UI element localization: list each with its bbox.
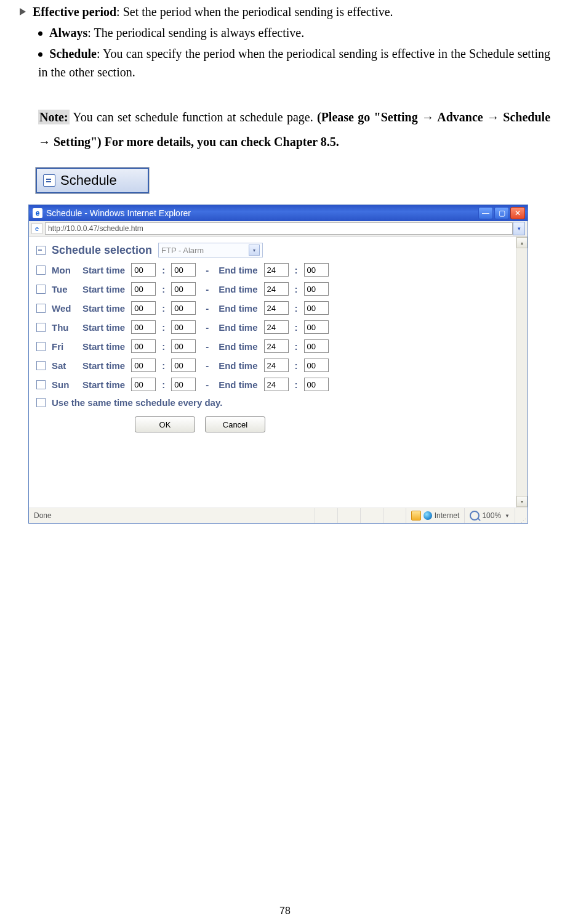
chevron-icon	[20, 8, 26, 15]
end-time-label: End time	[219, 322, 257, 333]
cancel-button[interactable]: Cancel	[205, 416, 265, 432]
same-schedule-checkbox[interactable]	[36, 398, 46, 407]
start-hour-input[interactable]: 00	[131, 301, 156, 315]
schedule-tab-button[interactable]: Schedule	[36, 168, 149, 193]
end-min-input[interactable]: 00	[304, 359, 329, 372]
doc-line-effective: Effective period: Set the period when th…	[20, 2, 550, 21]
start-min-input[interactable]: 00	[171, 282, 196, 296]
day-name: Mon	[52, 265, 76, 275]
day-checkbox[interactable]	[36, 380, 46, 389]
status-zoom-text: 100%	[482, 511, 501, 520]
scroll-down-button[interactable]: ▾	[516, 496, 528, 507]
note-text-1: You can set schedule function at schedul…	[70, 110, 317, 124]
start-hour-input[interactable]: 00	[131, 320, 156, 334]
end-hour-input[interactable]: 24	[264, 263, 289, 277]
bullet-icon	[38, 52, 42, 57]
effective-text: : Set the period when the periodical sen…	[116, 5, 393, 18]
resize-grip-icon[interactable]: ⋰	[515, 507, 528, 524]
day-row: FriStart time00:00-End time24:00	[36, 339, 508, 353]
end-hour-input[interactable]: 24	[264, 339, 289, 353]
start-min-input[interactable]: 00	[171, 263, 196, 277]
end-min-input[interactable]: 00	[304, 282, 329, 296]
end-hour-input[interactable]: 24	[264, 359, 289, 372]
start-hour-input[interactable]: 00	[131, 282, 156, 296]
end-hour-input[interactable]: 24	[264, 320, 289, 334]
content-body: Schedule selection FTP - Alarm ▾ MonStar…	[29, 237, 516, 508]
ie-favicon-icon: e	[33, 208, 42, 218]
day-checkbox[interactable]	[36, 323, 46, 332]
close-button[interactable]: ✕	[510, 207, 525, 219]
end-min-input[interactable]: 00	[304, 339, 329, 353]
day-checkbox[interactable]	[36, 265, 46, 275]
vertical-scrollbar[interactable]: ▴ ▾	[516, 237, 528, 508]
schedule-select-value: FTP - Alarm	[161, 246, 204, 255]
url-dropdown-button[interactable]: ▾	[513, 222, 525, 235]
always-text: : The periodical sending is always effec…	[87, 26, 304, 39]
note-label: Note:	[38, 110, 70, 124]
day-name: Tue	[52, 284, 76, 294]
status-zoom[interactable]: 100% ▼	[465, 508, 515, 523]
end-time-label: End time	[219, 265, 257, 275]
start-time-label: Start time	[82, 265, 125, 275]
same-schedule-label: Use the same time schedule every day.	[52, 397, 222, 408]
start-hour-input[interactable]: 00	[131, 378, 156, 391]
start-hour-input[interactable]: 00	[131, 339, 156, 353]
effective-label: Effective period	[33, 5, 116, 18]
maximize-button[interactable]: ▢	[494, 207, 509, 219]
bullet-icon	[38, 31, 42, 36]
titlebar: e Schedule - Windows Internet Explorer —…	[29, 205, 528, 221]
end-min-input[interactable]: 00	[304, 378, 329, 391]
end-min-input[interactable]: 00	[304, 263, 329, 277]
schedule-select[interactable]: FTP - Alarm ▾	[158, 243, 263, 257]
day-checkbox[interactable]	[36, 342, 46, 351]
day-name: Fri	[52, 341, 76, 352]
chevron-down-icon: ▾	[249, 245, 260, 256]
doc-line-schedule: Schedule: You can specify the period whe…	[20, 44, 550, 81]
day-row: SunStart time00:00-End time24:00	[36, 378, 508, 391]
ok-button[interactable]: OK	[135, 416, 195, 432]
start-hour-input[interactable]: 00	[131, 359, 156, 372]
start-min-input[interactable]: 00	[171, 320, 196, 334]
status-zone: Internet	[406, 508, 465, 523]
section-title: Schedule selection	[52, 244, 152, 257]
day-row: WedStart time00:00-End time24:00	[36, 301, 508, 315]
end-time-label: End time	[219, 303, 257, 314]
day-checkbox[interactable]	[36, 304, 46, 313]
start-time-label: Start time	[82, 284, 125, 294]
end-min-input[interactable]: 00	[304, 301, 329, 315]
day-row: ThuStart time00:00-End time24:00	[36, 320, 508, 334]
status-done: Done	[29, 508, 315, 523]
doc-line-always: Always: The periodical sending is always…	[20, 23, 550, 42]
day-name: Wed	[52, 303, 76, 314]
start-time-label: Start time	[82, 360, 125, 371]
start-min-input[interactable]: 00	[171, 301, 196, 315]
minimize-button[interactable]: —	[478, 207, 493, 219]
start-time-label: Start time	[82, 322, 125, 333]
day-row: SatStart time00:00-End time24:00	[36, 359, 508, 372]
start-min-input[interactable]: 00	[171, 339, 196, 353]
day-name: Thu	[52, 322, 76, 333]
end-hour-input[interactable]: 24	[264, 301, 289, 315]
end-hour-input[interactable]: 24	[264, 282, 289, 296]
start-hour-input[interactable]: 00	[131, 263, 156, 277]
address-bar: e http://10.0.0.47/schedule.htm ▾	[29, 221, 528, 237]
end-time-label: End time	[219, 341, 257, 352]
end-time-label: End time	[219, 379, 257, 390]
end-min-input[interactable]: 00	[304, 320, 329, 334]
day-name: Sat	[52, 360, 76, 371]
end-hour-input[interactable]: 24	[264, 378, 289, 391]
page-number: 78	[20, 906, 550, 917]
chevron-down-icon: ▼	[505, 513, 510, 519]
zoom-icon	[470, 511, 480, 521]
start-min-input[interactable]: 00	[171, 359, 196, 372]
day-checkbox[interactable]	[36, 285, 46, 294]
url-field[interactable]: http://10.0.0.47/schedule.htm	[45, 222, 513, 235]
window-title: Schedule - Windows Internet Explorer	[46, 208, 191, 218]
schedule-tab-text: Schedule	[60, 172, 117, 188]
scroll-up-button[interactable]: ▴	[516, 237, 528, 248]
start-min-input[interactable]: 00	[171, 378, 196, 391]
status-bar: Done Internet 100% ▼ ⋰	[29, 508, 528, 523]
day-checkbox[interactable]	[36, 361, 46, 370]
day-row: MonStart time00:00-End time24:00	[36, 263, 508, 277]
shield-icon	[411, 511, 421, 521]
